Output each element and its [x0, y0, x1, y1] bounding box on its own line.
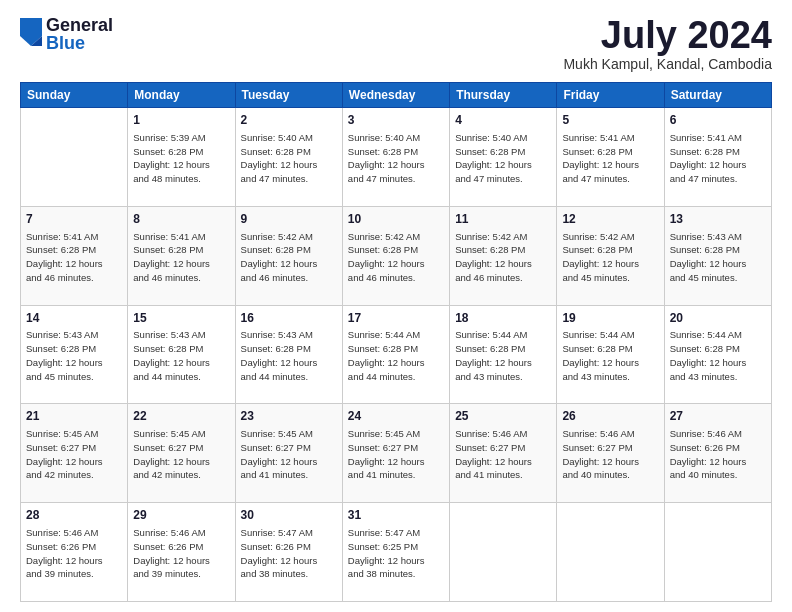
day-number: 17	[348, 310, 444, 327]
cell-text: Sunrise: 5:44 AMSunset: 6:28 PMDaylight:…	[348, 328, 444, 383]
calendar-row: 21Sunrise: 5:45 AMSunset: 6:27 PMDayligh…	[21, 404, 772, 503]
day-number: 19	[562, 310, 658, 327]
cell-text: Sunrise: 5:40 AMSunset: 6:28 PMDaylight:…	[241, 131, 337, 186]
day-number: 16	[241, 310, 337, 327]
calendar-cell: 14Sunrise: 5:43 AMSunset: 6:28 PMDayligh…	[21, 305, 128, 404]
logo-blue: Blue	[46, 34, 113, 52]
cell-text: Sunrise: 5:45 AMSunset: 6:27 PMDaylight:…	[348, 427, 444, 482]
day-number: 9	[241, 211, 337, 228]
cell-text: Sunrise: 5:44 AMSunset: 6:28 PMDaylight:…	[562, 328, 658, 383]
day-number: 6	[670, 112, 766, 129]
calendar-cell: 10Sunrise: 5:42 AMSunset: 6:28 PMDayligh…	[342, 206, 449, 305]
day-number: 28	[26, 507, 122, 524]
calendar-cell: 28Sunrise: 5:46 AMSunset: 6:26 PMDayligh…	[21, 503, 128, 602]
day-number: 2	[241, 112, 337, 129]
day-number: 21	[26, 408, 122, 425]
day-number: 1	[133, 112, 229, 129]
calendar-cell: 6Sunrise: 5:41 AMSunset: 6:28 PMDaylight…	[664, 108, 771, 207]
calendar-body: 1Sunrise: 5:39 AMSunset: 6:28 PMDaylight…	[21, 108, 772, 602]
cell-text: Sunrise: 5:40 AMSunset: 6:28 PMDaylight:…	[455, 131, 551, 186]
weekday-header: Saturday	[664, 83, 771, 108]
cell-text: Sunrise: 5:39 AMSunset: 6:28 PMDaylight:…	[133, 131, 229, 186]
cell-text: Sunrise: 5:44 AMSunset: 6:28 PMDaylight:…	[455, 328, 551, 383]
calendar-cell: 12Sunrise: 5:42 AMSunset: 6:28 PMDayligh…	[557, 206, 664, 305]
calendar-row: 1Sunrise: 5:39 AMSunset: 6:28 PMDaylight…	[21, 108, 772, 207]
calendar-cell: 11Sunrise: 5:42 AMSunset: 6:28 PMDayligh…	[450, 206, 557, 305]
cell-text: Sunrise: 5:43 AMSunset: 6:28 PMDaylight:…	[133, 328, 229, 383]
weekday-header: Friday	[557, 83, 664, 108]
weekday-header: Sunday	[21, 83, 128, 108]
day-number: 15	[133, 310, 229, 327]
cell-text: Sunrise: 5:42 AMSunset: 6:28 PMDaylight:…	[455, 230, 551, 285]
calendar-cell: 25Sunrise: 5:46 AMSunset: 6:27 PMDayligh…	[450, 404, 557, 503]
day-number: 26	[562, 408, 658, 425]
calendar-cell: 16Sunrise: 5:43 AMSunset: 6:28 PMDayligh…	[235, 305, 342, 404]
calendar-cell	[21, 108, 128, 207]
calendar-cell: 9Sunrise: 5:42 AMSunset: 6:28 PMDaylight…	[235, 206, 342, 305]
logo-general: General	[46, 16, 113, 34]
calendar-cell: 30Sunrise: 5:47 AMSunset: 6:26 PMDayligh…	[235, 503, 342, 602]
calendar-cell: 4Sunrise: 5:40 AMSunset: 6:28 PMDaylight…	[450, 108, 557, 207]
calendar-row: 28Sunrise: 5:46 AMSunset: 6:26 PMDayligh…	[21, 503, 772, 602]
cell-text: Sunrise: 5:47 AMSunset: 6:26 PMDaylight:…	[241, 526, 337, 581]
calendar-cell: 26Sunrise: 5:46 AMSunset: 6:27 PMDayligh…	[557, 404, 664, 503]
day-number: 11	[455, 211, 551, 228]
cell-text: Sunrise: 5:42 AMSunset: 6:28 PMDaylight:…	[241, 230, 337, 285]
day-number: 20	[670, 310, 766, 327]
cell-text: Sunrise: 5:43 AMSunset: 6:28 PMDaylight:…	[26, 328, 122, 383]
day-number: 18	[455, 310, 551, 327]
title-block: July 2024 Mukh Kampul, Kandal, Cambodia	[563, 16, 772, 72]
calendar-cell: 3Sunrise: 5:40 AMSunset: 6:28 PMDaylight…	[342, 108, 449, 207]
cell-text: Sunrise: 5:43 AMSunset: 6:28 PMDaylight:…	[670, 230, 766, 285]
header-row: SundayMondayTuesdayWednesdayThursdayFrid…	[21, 83, 772, 108]
calendar-cell: 19Sunrise: 5:44 AMSunset: 6:28 PMDayligh…	[557, 305, 664, 404]
calendar-cell: 7Sunrise: 5:41 AMSunset: 6:28 PMDaylight…	[21, 206, 128, 305]
calendar-cell: 15Sunrise: 5:43 AMSunset: 6:28 PMDayligh…	[128, 305, 235, 404]
weekday-header: Thursday	[450, 83, 557, 108]
cell-text: Sunrise: 5:41 AMSunset: 6:28 PMDaylight:…	[670, 131, 766, 186]
cell-text: Sunrise: 5:45 AMSunset: 6:27 PMDaylight:…	[133, 427, 229, 482]
day-number: 30	[241, 507, 337, 524]
calendar-header: SundayMondayTuesdayWednesdayThursdayFrid…	[21, 83, 772, 108]
calendar-cell	[450, 503, 557, 602]
cell-text: Sunrise: 5:45 AMSunset: 6:27 PMDaylight:…	[26, 427, 122, 482]
day-number: 22	[133, 408, 229, 425]
day-number: 31	[348, 507, 444, 524]
calendar-row: 14Sunrise: 5:43 AMSunset: 6:28 PMDayligh…	[21, 305, 772, 404]
calendar-cell: 5Sunrise: 5:41 AMSunset: 6:28 PMDaylight…	[557, 108, 664, 207]
calendar-cell: 27Sunrise: 5:46 AMSunset: 6:26 PMDayligh…	[664, 404, 771, 503]
day-number: 25	[455, 408, 551, 425]
calendar-cell: 17Sunrise: 5:44 AMSunset: 6:28 PMDayligh…	[342, 305, 449, 404]
cell-text: Sunrise: 5:46 AMSunset: 6:26 PMDaylight:…	[133, 526, 229, 581]
calendar-cell: 20Sunrise: 5:44 AMSunset: 6:28 PMDayligh…	[664, 305, 771, 404]
cell-text: Sunrise: 5:45 AMSunset: 6:27 PMDaylight:…	[241, 427, 337, 482]
calendar-cell: 8Sunrise: 5:41 AMSunset: 6:28 PMDaylight…	[128, 206, 235, 305]
header: General Blue July 2024 Mukh Kampul, Kand…	[20, 16, 772, 72]
cell-text: Sunrise: 5:44 AMSunset: 6:28 PMDaylight:…	[670, 328, 766, 383]
calendar-row: 7Sunrise: 5:41 AMSunset: 6:28 PMDaylight…	[21, 206, 772, 305]
day-number: 12	[562, 211, 658, 228]
calendar-cell: 29Sunrise: 5:46 AMSunset: 6:26 PMDayligh…	[128, 503, 235, 602]
calendar-cell: 23Sunrise: 5:45 AMSunset: 6:27 PMDayligh…	[235, 404, 342, 503]
calendar-table: SundayMondayTuesdayWednesdayThursdayFrid…	[20, 82, 772, 602]
page: General Blue July 2024 Mukh Kampul, Kand…	[0, 0, 792, 612]
day-number: 23	[241, 408, 337, 425]
month-title: July 2024	[563, 16, 772, 54]
calendar-cell: 1Sunrise: 5:39 AMSunset: 6:28 PMDaylight…	[128, 108, 235, 207]
calendar-cell: 24Sunrise: 5:45 AMSunset: 6:27 PMDayligh…	[342, 404, 449, 503]
cell-text: Sunrise: 5:46 AMSunset: 6:26 PMDaylight:…	[26, 526, 122, 581]
cell-text: Sunrise: 5:40 AMSunset: 6:28 PMDaylight:…	[348, 131, 444, 186]
cell-text: Sunrise: 5:46 AMSunset: 6:26 PMDaylight:…	[670, 427, 766, 482]
logo: General Blue	[20, 16, 113, 52]
calendar-cell: 21Sunrise: 5:45 AMSunset: 6:27 PMDayligh…	[21, 404, 128, 503]
calendar-cell: 22Sunrise: 5:45 AMSunset: 6:27 PMDayligh…	[128, 404, 235, 503]
day-number: 13	[670, 211, 766, 228]
cell-text: Sunrise: 5:43 AMSunset: 6:28 PMDaylight:…	[241, 328, 337, 383]
day-number: 29	[133, 507, 229, 524]
day-number: 10	[348, 211, 444, 228]
day-number: 8	[133, 211, 229, 228]
calendar-cell	[664, 503, 771, 602]
calendar-cell: 18Sunrise: 5:44 AMSunset: 6:28 PMDayligh…	[450, 305, 557, 404]
cell-text: Sunrise: 5:42 AMSunset: 6:28 PMDaylight:…	[562, 230, 658, 285]
logo-icon	[20, 18, 42, 46]
